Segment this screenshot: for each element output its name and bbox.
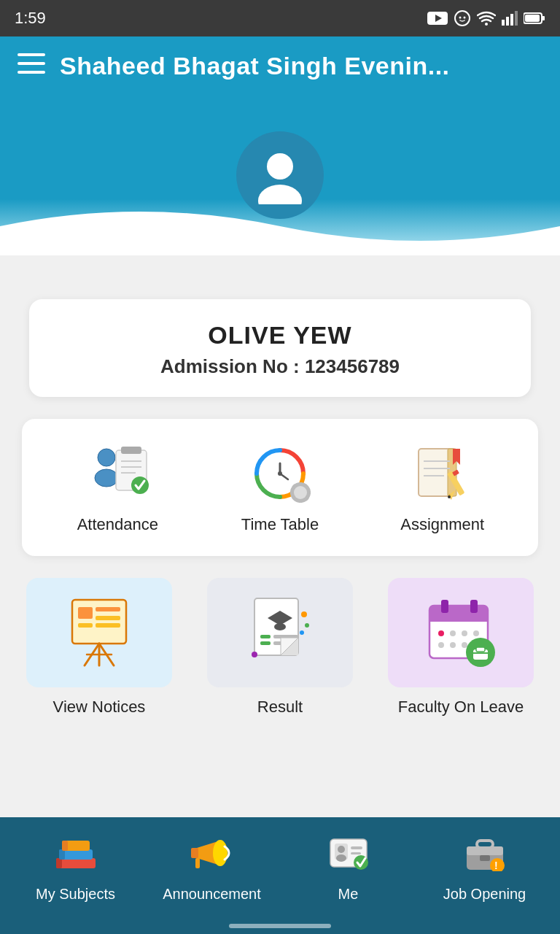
svg-rect-21 <box>121 447 141 454</box>
svg-rect-53 <box>78 623 93 628</box>
job-opening-label: Job Opening <box>443 886 526 903</box>
notices-icon <box>59 593 139 673</box>
svg-point-82 <box>473 630 479 636</box>
faculty-on-leave-icon <box>421 593 501 673</box>
faculty-on-leave-label: Faculty On Leave <box>398 698 524 717</box>
assignment-action[interactable]: Assignment <box>361 441 524 534</box>
svg-text:!: ! <box>494 860 498 871</box>
timetable-icon-wrapper <box>244 441 316 506</box>
timetable-icon <box>246 443 315 505</box>
attendance-action[interactable]: Attendance <box>36 441 199 534</box>
svg-point-83 <box>438 642 444 648</box>
bottom-nav-job-opening[interactable]: ! Job Opening <box>416 835 553 903</box>
wifi-icon <box>477 11 496 26</box>
view-notices-icon-box <box>26 578 172 687</box>
svg-point-79 <box>438 630 444 636</box>
svg-rect-14 <box>18 62 45 65</box>
svg-point-32 <box>294 486 307 499</box>
signal-icon <box>502 11 518 26</box>
svg-point-16 <box>267 153 293 180</box>
quick-actions-card: Attendance <box>22 419 538 556</box>
svg-rect-50 <box>72 600 126 644</box>
svg-point-30 <box>278 471 282 476</box>
svg-rect-51 <box>78 607 93 619</box>
status-icons <box>427 9 545 27</box>
svg-rect-104 <box>351 846 362 849</box>
svg-point-103 <box>336 854 346 862</box>
svg-rect-66 <box>260 641 271 645</box>
id-card-icon <box>327 835 370 880</box>
svg-rect-54 <box>96 616 120 620</box>
svg-point-5 <box>485 23 488 26</box>
battery-icon <box>524 12 545 25</box>
svg-point-72 <box>300 630 304 635</box>
result-icon-box <box>207 578 353 687</box>
svg-point-3 <box>459 17 462 19</box>
admission-number: 123456789 <box>305 355 400 377</box>
faculty-on-leave-action[interactable]: Faculty On Leave <box>376 578 545 717</box>
svg-point-84 <box>450 642 456 648</box>
result-icon <box>240 593 320 673</box>
bottom-nav-my-subjects[interactable]: My Subjects <box>7 835 144 903</box>
svg-rect-11 <box>542 16 545 20</box>
bottom-nav-announcement[interactable]: Announcement <box>144 835 280 903</box>
svg-rect-12 <box>525 15 540 22</box>
my-subjects-label: My Subjects <box>36 886 115 903</box>
result-action[interactable]: Result <box>195 578 365 717</box>
profile-name: OLIVE YEW <box>44 321 516 350</box>
svg-rect-15 <box>18 71 45 74</box>
svg-rect-77 <box>441 600 448 613</box>
bottom-nav-me[interactable]: Me <box>280 835 416 903</box>
cat-icon <box>454 9 471 27</box>
announcement-label: Announcement <box>163 886 261 903</box>
bottom-nav: My Subjects Announcement <box>0 817 560 934</box>
svg-point-80 <box>450 630 456 636</box>
me-label: Me <box>338 886 359 903</box>
admission-separator: : <box>293 355 305 377</box>
attendance-icon <box>83 443 152 505</box>
svg-rect-96 <box>62 841 68 851</box>
svg-rect-13 <box>18 53 45 56</box>
view-notices-label: View Notices <box>53 698 146 717</box>
svg-point-19 <box>95 469 118 487</box>
svg-point-85 <box>462 642 467 648</box>
svg-rect-97 <box>191 848 198 858</box>
profile-admission: Admission No : 123456789 <box>44 355 516 378</box>
menu-icon[interactable] <box>18 53 45 80</box>
attendance-icon-wrapper <box>81 441 154 506</box>
assignment-label: Assignment <box>400 515 484 534</box>
result-label: Result <box>257 698 303 717</box>
svg-rect-55 <box>96 623 120 628</box>
svg-rect-99 <box>195 858 200 868</box>
svg-point-4 <box>464 17 466 19</box>
svg-point-102 <box>338 846 345 853</box>
secondary-actions: View Notices <box>15 578 545 717</box>
svg-point-63 <box>274 623 286 630</box>
svg-rect-95 <box>59 849 65 860</box>
home-indicator <box>229 924 331 928</box>
svg-rect-89 <box>476 647 485 652</box>
view-notices-action[interactable]: View Notices <box>15 578 184 717</box>
nav-bar: Shaheed Bhagat Singh Evenin... <box>0 36 560 95</box>
svg-rect-9 <box>515 11 518 26</box>
assignment-icon <box>408 443 477 505</box>
status-time: 1:59 <box>15 9 46 28</box>
status-bar: 1:59 <box>0 0 560 36</box>
svg-point-2 <box>455 11 470 26</box>
svg-point-17 <box>258 185 302 204</box>
briefcase-icon: ! <box>464 835 506 880</box>
svg-rect-110 <box>480 855 490 861</box>
svg-rect-105 <box>351 852 361 854</box>
faculty-on-leave-icon-box <box>388 578 534 687</box>
svg-line-38 <box>306 498 308 500</box>
svg-point-98 <box>213 840 228 866</box>
megaphone-icon <box>191 835 233 880</box>
svg-point-71 <box>305 623 309 628</box>
svg-point-70 <box>301 611 307 617</box>
books-icon <box>55 835 97 880</box>
user-icon <box>251 146 309 204</box>
assignment-icon-wrapper <box>406 441 479 506</box>
svg-rect-52 <box>96 607 120 611</box>
svg-rect-76 <box>429 616 488 622</box>
timetable-action[interactable]: Time Table <box>199 441 362 534</box>
